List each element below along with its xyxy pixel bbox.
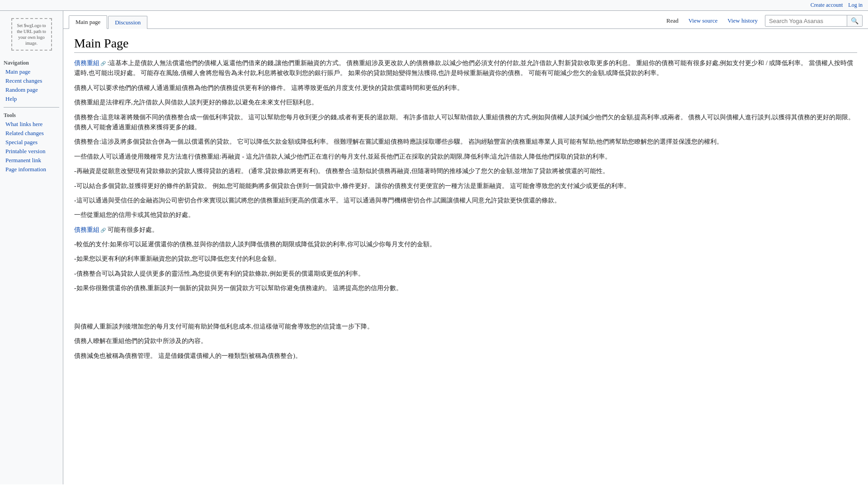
paragraph-11: 債務重組🔗 可能有很多好處。 [74, 225, 857, 235]
paragraph-9: -這可以通過與受信任的金融咨詢公司密切合作來實現以嘗試將您的債務重組到更高的償還… [74, 196, 857, 206]
wiki-link-2[interactable]: 債務重組🔗 [74, 226, 106, 233]
header-tabs: Main page Discussion Read View source Vi… [63, 11, 868, 29]
paragraph-4: 債務整合:這意味著將幾個不同的債務整合成一個低利率貸款。 這可以幫助您每月收到更… [74, 113, 857, 133]
tab-view-source[interactable]: View source [686, 15, 721, 26]
logo-box: Set $wgLogo to the URL path to your own … [11, 18, 52, 51]
paragraph-15: -如果你很難償還你的債務,重新談判一個新的貸款與另一個貸款方可以幫助你避免債務違… [74, 283, 857, 293]
sidebar-item-random-page[interactable]: Random page [0, 85, 63, 94]
tab-read[interactable]: Read [664, 15, 681, 26]
sidebar-item-recent-changes[interactable]: Recent changes [0, 76, 63, 85]
paragraph-3: 債務重組是法律程序,允許借款人與借款人談判更好的條款,以避免在未來支付巨額利息。 [74, 98, 857, 108]
paragraph-7: -再融資是從願意改變現有貸款條款的貸款人獲得貸款的過程。 (通常,貸款條款將更有… [74, 166, 857, 176]
sidebar-item-main-page[interactable]: Main page [0, 67, 63, 76]
paragraph-13: -如果您以更有利的利率重新融資您的貸款,您可以降低您支付的利息金額。 [74, 254, 857, 264]
content-body: 債務重組🔗 :這基本上是債款人無法償還他們的債權人返還他們借來的錢,讓他們重新融… [74, 58, 857, 361]
sidebar-logo: Set $wgLogo to the URL path to your own … [0, 14, 63, 54]
sidebar-item-page-information[interactable]: Page information [0, 165, 63, 174]
tab-discussion[interactable]: Discussion [108, 16, 147, 29]
sidebar-item-special-pages[interactable]: Special pages [0, 138, 63, 147]
tabs-left: Main page Discussion [69, 15, 147, 28]
paragraph-14: -債務整合可以為貸款人提供更多的靈活性,為您提供更有利的貸款條款,例如更長的償還… [74, 269, 857, 279]
paragraph-8: -可以結合多個貸款,並獲得更好的條件的新貸款。 例如,您可能能夠將多個貸款合併到… [74, 181, 857, 191]
navigation-title: Navigation [0, 58, 63, 67]
search-button[interactable]: 🔍 [847, 15, 862, 26]
tabs-right: Read View source View history 🔍 [664, 15, 863, 28]
sidebar: Set $wgLogo to the URL path to your own … [0, 11, 63, 484]
tab-main-page[interactable]: Main page [69, 15, 107, 29]
paragraph-12: -較低的支付:如果你可以延遲償還你的債務,並與你的借款人談判降低債務的期限或降低… [74, 239, 857, 249]
sidebar-item-permanent-link[interactable]: Permanent link [0, 156, 63, 165]
sidebar-item-related-changes[interactable]: Related changes [0, 129, 63, 138]
search-form: 🔍 [765, 15, 863, 27]
create-account-link[interactable]: Create account [811, 2, 843, 9]
wiki-link-1[interactable]: 債務重組🔗 [74, 60, 106, 66]
page-wrapper: Set $wgLogo to the URL path to your own … [0, 11, 868, 484]
sidebar-item-printable-version[interactable]: Printable version [0, 147, 63, 156]
log-in-link[interactable]: Log in [848, 2, 863, 9]
paragraph-1: 債務重組🔗 :這基本上是債款人無法償還他們的債權人返還他們借來的錢,讓他們重新融… [74, 58, 857, 79]
page-title: Main Page [74, 36, 857, 53]
tools-section: Tools What links here Related changes Sp… [0, 110, 63, 174]
paragraph-18: 債務減免也被稱為債務管理。 這是借錢償還債權人的一種類型(被稱為債務整合)。 [74, 351, 857, 361]
sidebar-item-what-links-here[interactable]: What links here [0, 120, 63, 129]
sidebar-item-help[interactable]: Help [0, 94, 63, 103]
search-input[interactable] [765, 16, 847, 26]
paragraph-10: 一些從重組您的信用卡或其他貸款的好處。 [74, 210, 857, 220]
tab-view-history[interactable]: View history [725, 15, 760, 26]
tools-title: Tools [0, 110, 63, 120]
paragraph-spacer [74, 307, 857, 317]
navigation-section: Navigation Main page Recent changes Rand… [0, 58, 63, 103]
page-content: Main Page 債務重組🔗 :這基本上是債款人無法償還他們的債權人返還他們借… [63, 29, 868, 484]
sidebar-divider [4, 107, 59, 108]
paragraph-6: 一些借款人可以通過使用幾種常見方法進行債務重組:再融資 - 這允許借款人減少他們… [74, 152, 857, 162]
top-bar: Create account Log in [0, 0, 868, 11]
content-area: Main page Discussion Read View source Vi… [63, 11, 868, 484]
paragraph-16: 與債權人重新談判後增加您的每月支付可能有助於降低利息成本,但這樣做可能會導致您的… [74, 322, 857, 332]
paragraph-17: 債務人瞭解在重組他們的貸款中所涉及的內容。 [74, 336, 857, 346]
paragraph-5: 債務整合:這涉及將多個貸款合併為一個,以償還舊的貸款。 它可以降低欠款金額或降低… [74, 137, 857, 147]
paragraph-2: 債務人可以要求他們的債權人通過重組債務為他們的債務提供更有利的條件。 這將導致更… [74, 83, 857, 93]
